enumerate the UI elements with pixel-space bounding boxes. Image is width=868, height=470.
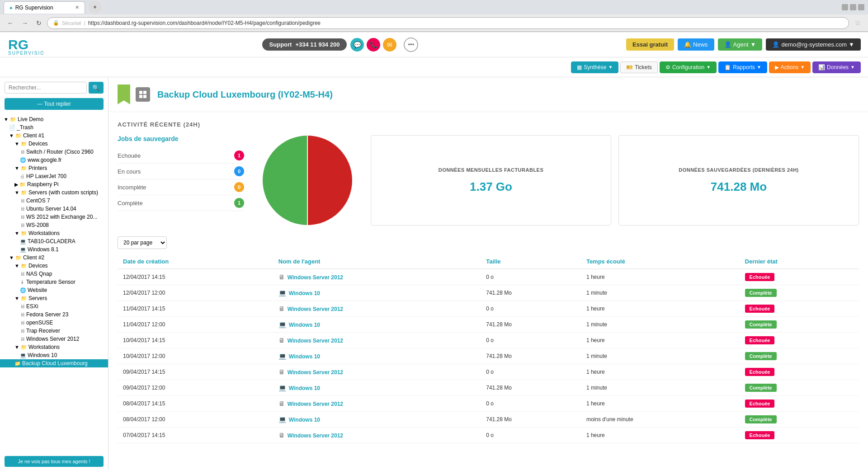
sidebar-item-windows10[interactable]: 💻 Windows 10 bbox=[0, 351, 108, 359]
tab-rapports[interactable]: 📋 Rapports ▼ bbox=[718, 61, 767, 73]
sidebar-item-opensuse[interactable]: 🖥 openSUSE bbox=[0, 319, 108, 327]
sidebar-item-ws2008[interactable]: 🖥 WS-2008 bbox=[0, 221, 108, 229]
browser-tab[interactable]: ● RG Supervision ✕ bbox=[4, 1, 85, 14]
back-button[interactable]: ← bbox=[5, 18, 16, 28]
sidebar-item-raspberry[interactable]: ▶ 📁 Raspberry Pi bbox=[0, 180, 108, 188]
sidebar-item-client2[interactable]: ▼ 📁 Client #2 bbox=[0, 254, 108, 262]
sidebar-item-windows-server-2012[interactable]: 🖥 Windows Server 2012 bbox=[0, 335, 108, 343]
sidebar-item-client1[interactable]: ▼ 📁 Client #1 bbox=[0, 132, 108, 140]
agent-warning-button[interactable]: Je ne vois pas tous mes agents ! bbox=[5, 456, 104, 467]
phone-icon[interactable]: 📞 bbox=[367, 38, 380, 52]
search-input[interactable] bbox=[5, 82, 87, 94]
sidebar-item-website[interactable]: 🌐 Website bbox=[0, 286, 108, 294]
server-icon: 🖥 bbox=[20, 222, 25, 228]
grid-view-button[interactable] bbox=[136, 87, 150, 102]
sidebar-item-fedora[interactable]: 🖥 Fedora Server 23 bbox=[0, 310, 108, 319]
table-header-date[interactable]: Date de création bbox=[118, 254, 273, 269]
sidebar-item-backup-cloud[interactable]: 📁 Backup Cloud Luxembourg bbox=[0, 359, 108, 367]
agent-link[interactable]: Windows 10 bbox=[289, 353, 320, 360]
activity-section-title: ACTIVITÉ RÉCENTE (24H) bbox=[118, 121, 859, 128]
collapse-all-button[interactable]: — Tout replier bbox=[5, 98, 104, 110]
agent-link[interactable]: Windows Server 2012 bbox=[288, 369, 343, 376]
sidebar-item-esxi[interactable]: 🖥 ESXi bbox=[0, 302, 108, 310]
search-button[interactable]: 🔍 bbox=[89, 82, 104, 94]
server-icon: 🖥 bbox=[20, 312, 25, 317]
table-cell-date: 12/04/2017 12:00 bbox=[118, 285, 273, 301]
folder-icon: 📁 bbox=[21, 230, 27, 236]
minimize-button[interactable] bbox=[842, 4, 848, 10]
tab-close-button[interactable]: ✕ bbox=[75, 5, 79, 10]
agent-link[interactable]: Windows 10 bbox=[289, 290, 320, 296]
news-button[interactable]: 🔔 News bbox=[678, 38, 714, 51]
agent-link[interactable]: Windows 10 bbox=[289, 385, 320, 391]
table-cell-agent: 🖥Windows Server 2012 bbox=[273, 301, 481, 317]
sidebar-item-tab10[interactable]: 💻 TAB10-GCLADERA bbox=[0, 237, 108, 245]
per-page-select[interactable]: 20 par page 50 par page 100 par page bbox=[118, 236, 167, 249]
rg-logo: RG SUPERVISION bbox=[7, 35, 43, 55]
folder-icon: 📁 bbox=[21, 344, 27, 350]
close-button[interactable] bbox=[858, 4, 864, 10]
sidebar-item-servers-c2[interactable]: ▼ 📁 Servers bbox=[0, 294, 108, 302]
svg-rect-3 bbox=[143, 91, 146, 94]
agent-link[interactable]: Windows Server 2012 bbox=[288, 306, 343, 312]
sidebar-item-servers-custom[interactable]: ▼ 📁 Servers (with custom scripts) bbox=[0, 188, 108, 197]
table-header-status[interactable]: Dernier état bbox=[740, 254, 859, 269]
stat-card-monthly-title: DONNÉES MENSUELLES FACTURABLES bbox=[439, 167, 544, 173]
user-account-button[interactable]: 👤 demo@rg-systemes.com ▼ bbox=[766, 38, 861, 51]
sidebar-item-live-demo[interactable]: ▼ 📁 Live Demo bbox=[0, 115, 108, 123]
sidebar-item-nas-qnap[interactable]: 🖥 NAS Qnap bbox=[0, 270, 108, 278]
tab-donnees[interactable]: 📊 Données ▼ bbox=[812, 61, 861, 73]
tab-configuration[interactable]: ⚙ Configuration ▼ bbox=[660, 61, 717, 73]
essai-gratuit-button[interactable]: Essai gratuit bbox=[626, 38, 674, 51]
chat-icon[interactable]: 💬 bbox=[350, 38, 364, 52]
status-badge: Echouée bbox=[745, 273, 775, 281]
tab-tickets[interactable]: 🎫 Tickets bbox=[620, 61, 658, 73]
agent-link[interactable]: Windows Server 2012 bbox=[288, 338, 343, 344]
tab-actions[interactable]: ▶ Actions ▼ bbox=[769, 61, 811, 73]
job-label-echouee: Echouée bbox=[118, 152, 141, 159]
email-icon[interactable]: ✉ bbox=[383, 38, 396, 52]
sidebar-item-workstations-c1[interactable]: ▼ 📁 Workstations bbox=[0, 229, 108, 237]
stat-card-daily: DONNÉES SAUVEGARDÉES (DERNIÈRES 24H) 741… bbox=[618, 135, 859, 226]
reload-button[interactable]: ↻ bbox=[33, 18, 44, 28]
sidebar-item-workstations-c2[interactable]: ▼ 📁 Workstations bbox=[0, 343, 108, 351]
backup-jobs-table: Date de création Nom de l'agent Taille T… bbox=[118, 254, 859, 443]
agent-link[interactable]: Windows Server 2012 bbox=[288, 401, 343, 407]
table-header-time[interactable]: Temps écoulé bbox=[581, 254, 740, 269]
status-badge: Complète bbox=[745, 320, 777, 329]
table-header-size[interactable]: Taille bbox=[481, 254, 581, 269]
sidebar-item-temperature-sensor[interactable]: 🌡 Temperature Sensor bbox=[0, 278, 108, 286]
sidebar-item-google[interactable]: 🌐 www.google.fr bbox=[0, 156, 108, 164]
sidebar-item-printers[interactable]: ▼ 📁 Printers bbox=[0, 164, 108, 172]
new-tab-button[interactable]: + bbox=[89, 1, 101, 14]
table-cell-size: 0 o bbox=[481, 396, 581, 412]
table-cell-date: 08/04/2017 12:00 bbox=[118, 412, 273, 428]
sidebar-item-devices-c1[interactable]: ▼ 📁 Devices bbox=[0, 140, 108, 148]
sidebar-item-trash[interactable]: 📄 _Trash bbox=[0, 123, 108, 132]
bookmark-button[interactable]: ☆ bbox=[852, 18, 863, 28]
table-header-agent[interactable]: Nom de l'agent bbox=[273, 254, 481, 269]
sidebar-item-trap-receiver[interactable]: 🖥 Trap Receiver bbox=[0, 327, 108, 335]
device-icon: 🌡 bbox=[20, 279, 25, 285]
sidebar-item-windows81[interactable]: 💻 Windows 8.1 bbox=[0, 245, 108, 254]
more-options-button[interactable]: ••• bbox=[404, 38, 418, 52]
agent-link[interactable]: Windows Server 2012 bbox=[288, 432, 343, 439]
sidebar-item-ws2012[interactable]: 🖥 WS 2012 with Exchange 20... bbox=[0, 213, 108, 221]
agent-link[interactable]: Windows 10 bbox=[289, 322, 320, 328]
sidebar-item-ubuntu[interactable]: 🖥 Ubuntu Server 14.04 bbox=[0, 205, 108, 213]
ticket-icon: 🎫 bbox=[626, 64, 633, 70]
sidebar-item-hp-laserjet[interactable]: 🖨 HP LaserJet 700 bbox=[0, 172, 108, 180]
address-bar[interactable]: 🔒 Sécurisé | https://dashboard.rg-superv… bbox=[47, 17, 849, 29]
tab-synthese[interactable]: ▦ Synthèse ▼ bbox=[571, 61, 618, 73]
maximize-button[interactable] bbox=[850, 4, 856, 10]
agent-button[interactable]: 👤 Agent ▼ bbox=[718, 38, 763, 51]
forward-button[interactable]: → bbox=[19, 18, 31, 28]
sidebar-item-switch[interactable]: 🖥 Switch / Router (Cisco 2960 bbox=[0, 148, 108, 156]
sidebar-item-devices-c2[interactable]: ▼ 📁 Devices bbox=[0, 262, 108, 270]
folder-icon: 📁 bbox=[15, 133, 22, 139]
agent-link[interactable]: Windows 10 bbox=[289, 417, 320, 423]
status-badge: Echouée bbox=[745, 368, 775, 376]
device-icon: 💻 bbox=[20, 352, 26, 358]
agent-link[interactable]: Windows Server 2012 bbox=[288, 274, 343, 281]
sidebar-item-centos7[interactable]: 🖥 CentOS 7 bbox=[0, 197, 108, 205]
